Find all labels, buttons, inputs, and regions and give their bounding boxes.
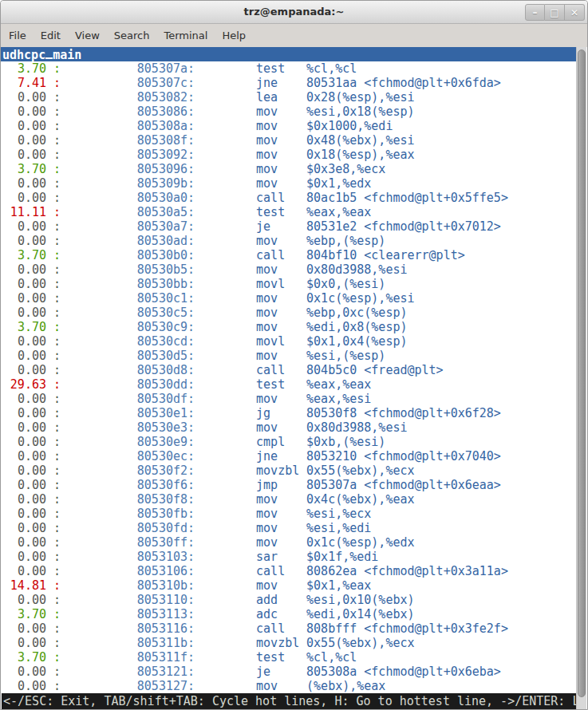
- asm-row[interactable]: 0.00 :80530f6:jmp805307a <fchmod@plt+0x6…: [1, 478, 577, 492]
- instruction-address: 8053082:: [61, 90, 195, 105]
- perf-annotate-view[interactable]: udhcpcmain 3.70 :805307a:test%cl,%cl7.41…: [1, 47, 577, 693]
- asm-row[interactable]: 0.00 :80530e1:jg80530f8 <fchmod@plt+0x6f…: [1, 406, 577, 420]
- asm-row[interactable]: 0.00 :80530f8:mov0x4c(%ebx),%eax: [1, 492, 577, 507]
- instruction-operands: 0x48(%ebx),%esi: [306, 133, 414, 148]
- instruction-mnemonic: mov: [256, 234, 306, 248]
- instruction-operands: $0x1f,%edi: [306, 550, 378, 564]
- asm-row[interactable]: 0.00 :80530ec:jne8053210 <fchmod@plt+0x7…: [1, 449, 577, 463]
- sample-percent: 0.00: [1, 435, 46, 449]
- asm-row[interactable]: 0.00 :80530cd:movl$0x1,0x4(%esp): [1, 334, 577, 349]
- asm-row[interactable]: 0.00 :80530c1:mov0x1c(%esp),%esi: [1, 291, 577, 306]
- asm-row[interactable]: 0.00 :80530df:mov%eax,%esi: [1, 392, 577, 406]
- asm-row[interactable]: 0.00 :8053116:call808bfff <fchmod@plt+0x…: [1, 621, 577, 636]
- percent-separator: :: [46, 578, 61, 593]
- instruction-operands: 0x80d3988,%esi: [306, 420, 407, 435]
- percent-separator: :: [46, 449, 61, 463]
- asm-row[interactable]: 0.00 :8053121:je805308a <fchmod@plt+0x6e…: [1, 665, 577, 679]
- instruction-mnemonic: mov: [256, 119, 306, 133]
- asm-row[interactable]: 0.00 :8053092:mov0x18(%esp),%eax: [1, 148, 577, 162]
- asm-row[interactable]: 0.00 :80530fb:mov%esi,%ecx: [1, 507, 577, 521]
- asm-row[interactable]: 0.00 :80530b5:mov0x80d3988,%esi: [1, 262, 577, 277]
- asm-row[interactable]: 0.00 :80530d5:mov%esi,(%esp): [1, 349, 577, 363]
- percent-separator: :: [46, 234, 61, 248]
- menu-file[interactable]: File: [2, 24, 34, 47]
- instruction-operands: 805307a <fchmod@plt+0x6eaa>: [306, 478, 501, 492]
- asm-row[interactable]: 0.00 :80530ad:mov%ebp,(%esp): [1, 234, 577, 248]
- asm-row[interactable]: 0.00 :8053106:call80862ea <fchmod@plt+0x…: [1, 564, 577, 578]
- asm-row[interactable]: 0.00 :805308f:mov0x48(%ebx),%esi: [1, 133, 577, 148]
- menu-view[interactable]: View: [68, 24, 107, 47]
- percent-separator: :: [46, 521, 61, 535]
- instruction-address: 80530ff:: [61, 535, 195, 550]
- sample-percent: 0.00: [1, 105, 46, 119]
- instruction-operands: 808bfff <fchmod@plt+0x3fe2f>: [306, 621, 508, 636]
- asm-row[interactable]: 0.00 :80530a7:je80531e2 <fchmod@plt+0x70…: [1, 219, 577, 234]
- asm-row[interactable]: 0.00 :8053103:sar$0x1f,%edi: [1, 550, 577, 564]
- maximize-button[interactable]: □: [545, 4, 565, 21]
- scrollbar-track[interactable]: [576, 47, 586, 709]
- asm-row[interactable]: 0.00 :805309b:mov$0x1,%edx: [1, 176, 577, 191]
- instruction-operands: 804b5c0 <fread@plt>: [306, 363, 444, 377]
- asm-row[interactable]: 0.00 :8053127:mov(%ebx),%eax: [1, 679, 577, 693]
- instruction-address: 805310b:: [61, 578, 195, 593]
- instruction-mnemonic: call: [256, 248, 306, 262]
- instruction-address: 80530ad:: [61, 234, 195, 248]
- annotate-symbol-header[interactable]: udhcpcmain: [1, 47, 577, 61]
- asm-row[interactable]: 3.70 :805311f:test%cl,%cl: [1, 650, 577, 665]
- asm-row[interactable]: 0.00 :80530c5:mov%ebp,0xc(%esp): [1, 306, 577, 320]
- asm-row[interactable]: 3.70 :80530b0:call804bf10 <clearerr@plt>: [1, 248, 577, 262]
- percent-separator: :: [46, 306, 61, 320]
- minimize-button[interactable]: –: [525, 4, 545, 21]
- asm-row[interactable]: 0.00 :80530fd:mov%esi,%edi: [1, 521, 577, 535]
- percent-separator: :: [46, 148, 61, 162]
- asm-row[interactable]: 0.00 :80530ff:mov0x1c(%esp),%edx: [1, 535, 577, 550]
- close-icon: ✕: [570, 7, 578, 18]
- asm-row[interactable]: 0.00 :805308a:mov$0x1000,%edi: [1, 119, 577, 133]
- instruction-mnemonic: mov: [256, 291, 306, 306]
- instruction-mnemonic: je: [256, 219, 306, 234]
- sample-percent: 0.00: [1, 363, 46, 377]
- instruction-operands: 8053210 <fchmod@plt+0x7040>: [306, 449, 501, 463]
- percent-separator: :: [46, 550, 61, 564]
- instruction-mnemonic: mov: [256, 492, 306, 507]
- asm-listing[interactable]: 3.70 :805307a:test%cl,%cl7.41 :805307c:j…: [1, 61, 577, 693]
- asm-row[interactable]: 3.70 :80530c9:mov%edi,0x8(%esp): [1, 320, 577, 334]
- asm-row[interactable]: 3.70 :8053113:adc%edi,0x14(%ebx): [1, 607, 577, 621]
- instruction-mnemonic: mov: [256, 535, 306, 550]
- instruction-address: 80530fb:: [61, 507, 195, 521]
- asm-row[interactable]: 0.00 :80530f2:movzbl0x55(%ebx),%ecx: [1, 463, 577, 478]
- asm-row[interactable]: 0.00 :80530e3:mov0x80d3988,%esi: [1, 420, 577, 435]
- asm-row[interactable]: 14.81 :805310b:mov$0x1,%eax: [1, 578, 577, 593]
- asm-row[interactable]: 0.00 :80530bb:movl$0x0,(%esi): [1, 277, 577, 291]
- instruction-mnemonic: adc: [256, 607, 306, 621]
- sample-percent: 0.00: [1, 306, 46, 320]
- asm-row[interactable]: 0.00 :8053110:add%esi,0x10(%ebx): [1, 593, 577, 607]
- asm-row[interactable]: 29.63 :80530dd:test%eax,%eax: [1, 377, 577, 392]
- instruction-mnemonic: test: [256, 205, 306, 219]
- asm-row[interactable]: 0.00 :8053086:mov%esi,0x18(%esp): [1, 105, 577, 119]
- sample-percent: 3.70: [1, 61, 46, 76]
- instruction-mnemonic: jmp: [256, 478, 306, 492]
- instruction-mnemonic: lea: [256, 90, 306, 105]
- asm-row[interactable]: 7.41 :805307c:jne80531aa <fchmod@plt+0x6…: [1, 76, 577, 90]
- asm-row[interactable]: 0.00 :80530d8:call804b5c0 <fread@plt>: [1, 363, 577, 377]
- asm-row[interactable]: 11.11 :80530a5:test%eax,%eax: [1, 205, 577, 219]
- instruction-operands: %esi,0x10(%ebx): [306, 593, 414, 607]
- menu-terminal[interactable]: Terminal: [156, 24, 215, 47]
- instruction-operands: 805308a <fchmod@plt+0x6eba>: [306, 665, 501, 679]
- asm-row[interactable]: 0.00 :80530a0:call80ac1b5 <fchmod@plt+0x…: [1, 191, 577, 205]
- asm-row[interactable]: 0.00 :80530e9:cmpl$0xb,(%esi): [1, 435, 577, 449]
- instruction-mnemonic: mov: [256, 521, 306, 535]
- scrollbar-thumb[interactable]: [578, 49, 586, 697]
- asm-row[interactable]: 0.00 :8053082:lea0x28(%esp),%esi: [1, 90, 577, 105]
- instruction-mnemonic: call: [256, 363, 306, 377]
- menu-help[interactable]: Help: [215, 24, 253, 47]
- title-bar[interactable]: trz@empanada:~ – □ ✕: [1, 1, 587, 24]
- menu-edit[interactable]: Edit: [34, 24, 68, 47]
- sample-percent: 0.00: [1, 492, 46, 507]
- close-button[interactable]: ✕: [565, 4, 585, 21]
- asm-row[interactable]: 3.70 :8053096:mov$0x3e8,%ecx: [1, 162, 577, 176]
- asm-row[interactable]: 0.00 :805311b:movzbl0x55(%ebx),%ecx: [1, 636, 577, 650]
- menu-search[interactable]: Search: [107, 24, 157, 47]
- asm-row[interactable]: 3.70 :805307a:test%cl,%cl: [1, 61, 577, 76]
